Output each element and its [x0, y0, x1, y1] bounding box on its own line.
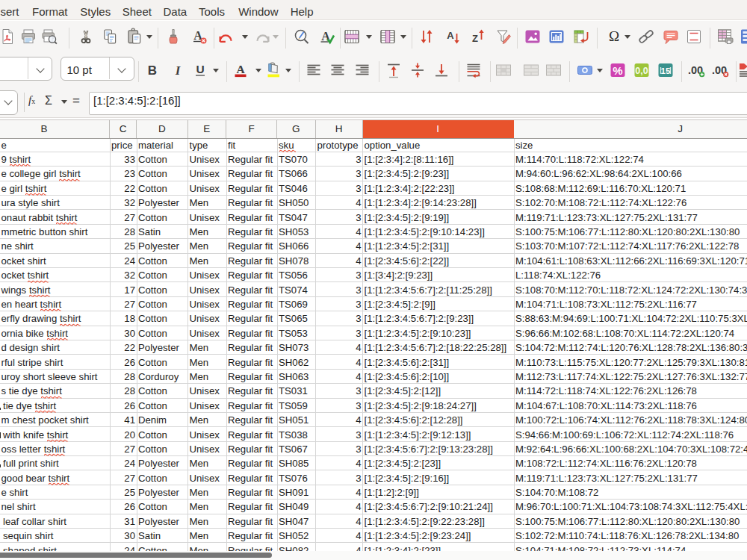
svg-text:I: I — [175, 63, 182, 78]
svg-text:Z: Z — [472, 33, 478, 44]
svg-text:15: 15 — [661, 66, 671, 75]
svg-text:0,0: 0,0 — [635, 66, 648, 76]
svg-text:U: U — [196, 63, 204, 75]
svg-text:Ω: Ω — [608, 28, 619, 44]
svg-text:B: B — [148, 63, 157, 78]
svg-text:A: A — [236, 63, 245, 75]
svg-text:A: A — [447, 30, 454, 41]
svg-text:%: % — [613, 64, 622, 77]
